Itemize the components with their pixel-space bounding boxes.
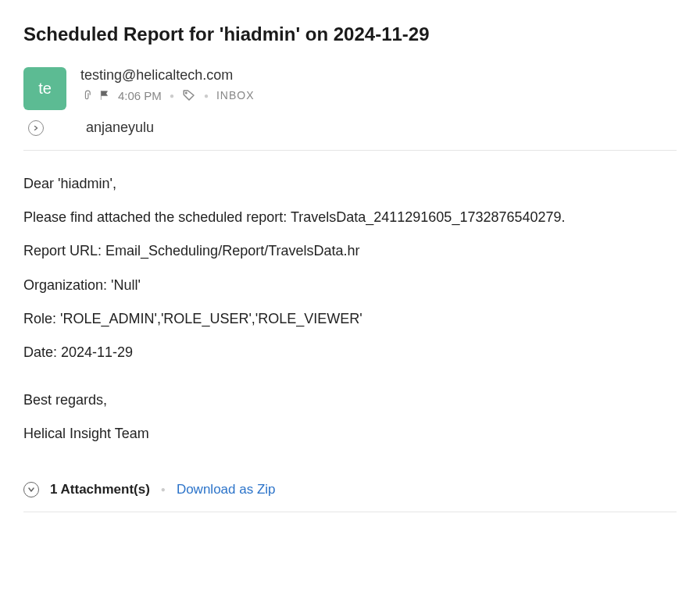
tag-icon[interactable] <box>182 88 196 102</box>
email-meta: 4:06 PM ● ● INBOX <box>80 88 677 102</box>
avatar-initials: te <box>38 80 52 98</box>
attachments-toggle-icon[interactable] <box>23 482 39 497</box>
body-line-attachment: Please find attached the scheduled repor… <box>23 208 677 227</box>
recipient-name[interactable]: anjaneyulu <box>86 119 154 136</box>
attachments-bar: 1 Attachment(s) ● Download as Zip <box>23 476 677 497</box>
separator-dot: ● <box>170 91 174 100</box>
body-role: Role: 'ROLE_ADMIN','ROLE_USER','ROLE_VIE… <box>23 309 677 329</box>
body-signature: Helical Insight Team <box>23 424 677 444</box>
folder-label[interactable]: INBOX <box>216 89 255 102</box>
attachments-count-label: 1 Attachment(s) <box>50 482 150 497</box>
body-greeting: Dear 'hiadmin', <box>23 174 677 194</box>
body-date: Date: 2024-11-29 <box>23 343 677 362</box>
recipient-row: anjaneyulu <box>23 119 677 136</box>
email-body: Dear 'hiadmin', Please find attached the… <box>23 174 677 444</box>
separator-dot: ● <box>204 91 209 100</box>
separator-dot: ● <box>161 485 166 494</box>
attachment-icon <box>80 88 91 102</box>
email-subject: Scheduled Report for 'hiadmin' on 2024-1… <box>23 23 677 45</box>
email-time: 4:06 PM <box>118 89 162 102</box>
body-organization: Organization: 'Null' <box>23 276 677 295</box>
from-address[interactable]: testing@helicaltech.com <box>80 67 677 84</box>
svg-point-0 <box>185 92 187 94</box>
body-signoff: Best regards, <box>23 390 677 410</box>
body-report-url: Report URL: Email_Scheduling/Report/Trav… <box>23 241 677 261</box>
email-header: te testing@helicaltech.com 4:06 PM ● <box>23 67 677 110</box>
attachments-divider <box>23 512 677 512</box>
flag-icon[interactable] <box>99 89 110 102</box>
download-zip-link[interactable]: Download as Zip <box>177 482 276 497</box>
expand-recipients-icon[interactable] <box>28 120 44 136</box>
sender-avatar: te <box>23 67 66 110</box>
header-divider <box>23 150 677 151</box>
